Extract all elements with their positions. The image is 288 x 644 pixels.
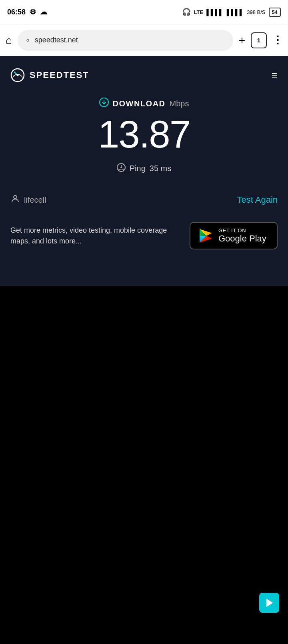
speedtest-results: DOWNLOAD Mbps 13.87 Ping 35 ms <box>10 94 278 194</box>
black-background-area <box>0 286 288 622</box>
battery-indicator: 54 <box>269 8 281 17</box>
signal-bars-icon2: ▌▌▌▌ <box>227 9 244 16</box>
settings-icon: ⚙ <box>30 8 36 16</box>
status-bar: 06:58 ⚙ ☁ 🎧 LTE ▌▌▌▌ ▌▌▌▌ 398 B/S 54 <box>0 0 288 24</box>
headphones-icon: 🎧 <box>182 8 191 16</box>
new-tab-button[interactable]: + <box>239 34 245 47</box>
signal-bars-icon: ▌▌▌▌ <box>206 9 224 16</box>
google-play-store-name: Google Play <box>218 233 266 244</box>
more-options-button[interactable]: ⋮ <box>272 34 282 46</box>
time-display: 06:58 <box>7 8 26 16</box>
speedtest-section: SPEEDTEST ≡ DOWNLOAD Mbps 13.87 <box>0 56 288 286</box>
network-speed-display: 398 B/S <box>247 9 265 15</box>
play-icon <box>264 597 275 608</box>
ping-row: Ping 35 ms <box>10 163 278 174</box>
svg-point-4 <box>120 167 122 168</box>
tab-count-button[interactable]: 1 <box>251 32 267 48</box>
play-store-icon <box>198 228 214 244</box>
google-play-text: GET IT ON Google Play <box>218 227 266 244</box>
lte-badge: LTE <box>194 9 204 15</box>
ping-value-text: 35 ms <box>150 164 171 173</box>
download-label-text: DOWNLOAD <box>113 99 166 108</box>
speedtest-logo: SPEEDTEST <box>10 68 89 82</box>
ping-label-text: Ping <box>130 164 146 173</box>
download-unit-text: Mbps <box>170 99 189 108</box>
address-bar-icon: ⚬ <box>25 36 31 45</box>
home-button[interactable]: ⌂ <box>6 34 12 46</box>
test-again-button[interactable]: Test Again <box>237 195 278 205</box>
google-play-button[interactable]: GET IT ON Google Play <box>190 222 278 249</box>
download-speed-value: 13.87 <box>10 115 278 154</box>
status-bar-right: 🎧 LTE ▌▌▌▌ ▌▌▌▌ 398 B/S 54 <box>182 8 281 17</box>
promo-text: Get more metrics, video testing, mobile … <box>10 225 182 247</box>
url-text: speedtest.net <box>35 36 78 44</box>
ping-icon <box>117 163 126 174</box>
svg-marker-10 <box>266 599 273 607</box>
provider-info: lifecell <box>10 194 46 206</box>
floating-action-button[interactable] <box>259 593 279 613</box>
status-bar-left: 06:58 ⚙ ☁ <box>7 8 47 16</box>
download-arrow-icon <box>99 98 109 110</box>
hamburger-menu-button[interactable]: ≡ <box>272 69 278 82</box>
speedtest-logo-icon <box>10 68 25 82</box>
promo-section: Get more metrics, video testing, mobile … <box>10 222 278 249</box>
speedtest-brand-name: SPEEDTEST <box>30 70 89 80</box>
get-it-on-label: GET IT ON <box>218 227 266 233</box>
cloud-icon: ☁ <box>40 8 47 16</box>
speedtest-header: SPEEDTEST ≡ <box>10 68 278 82</box>
download-label-row: DOWNLOAD Mbps <box>10 98 278 110</box>
address-bar[interactable]: ⚬ speedtest.net <box>18 30 233 51</box>
person-icon <box>10 194 20 206</box>
svg-point-5 <box>14 195 17 199</box>
provider-test-row: lifecell Test Again <box>10 194 278 206</box>
provider-name-text: lifecell <box>24 195 46 205</box>
browser-bar: ⌂ ⚬ speedtest.net + 1 ⋮ <box>0 24 288 56</box>
